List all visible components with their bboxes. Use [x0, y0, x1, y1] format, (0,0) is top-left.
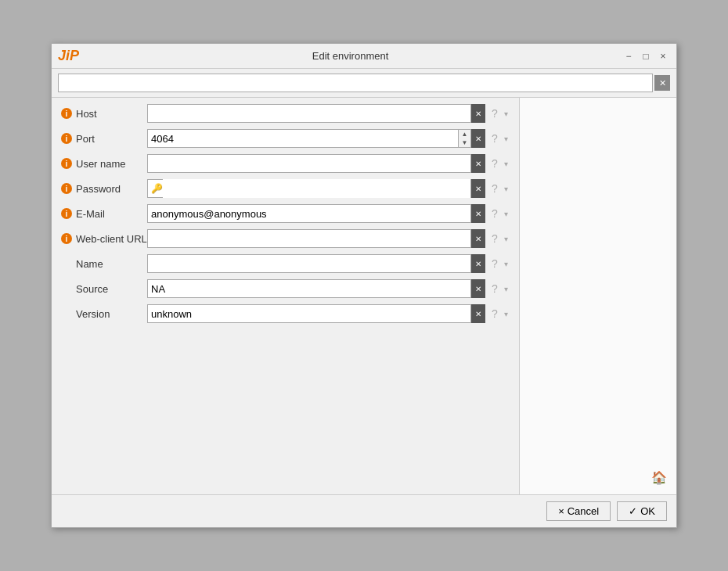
field-menu-name[interactable]: ▾: [502, 257, 510, 271]
field-clear-webclient[interactable]: ✕: [471, 229, 485, 248]
field-menu-username[interactable]: ▾: [502, 156, 510, 171]
field-input-wrap-webclient: ✕?▾: [147, 229, 510, 248]
form-row-email: iE-Mail✕?▾: [61, 204, 510, 223]
field-label-source: Source: [61, 283, 147, 295]
key-icon: 🔑: [151, 183, 163, 194]
field-input-username[interactable]: [147, 154, 471, 173]
field-label-name: Name: [61, 258, 147, 270]
field-help-version[interactable]: ?: [488, 307, 502, 321]
ok-label: OK: [640, 505, 655, 517]
field-input-webclient[interactable]: [147, 229, 471, 248]
app-logo: JiP: [58, 48, 79, 64]
field-menu-host[interactable]: ▾: [502, 106, 510, 120]
field-help-source[interactable]: ?: [488, 282, 502, 296]
field-help-port[interactable]: ?: [488, 131, 502, 145]
field-help-name[interactable]: ?: [488, 257, 502, 271]
port-input[interactable]: [147, 129, 459, 148]
home-button[interactable]: 🏠: [648, 466, 670, 488]
cancel-label: Cancel: [568, 505, 599, 517]
field-menu-version[interactable]: ▾: [502, 307, 510, 321]
maximize-button[interactable]: □: [639, 49, 653, 63]
form-row-webclient: iWeb-client URL✕?▾: [61, 229, 510, 248]
field-input-wrap-version: ✕?▾: [147, 304, 510, 323]
form-row-username: iUser name✕?▾: [61, 154, 510, 173]
field-clear-source[interactable]: ✕: [471, 279, 485, 298]
field-input-email[interactable]: [147, 204, 471, 223]
field-help-password[interactable]: ?: [488, 181, 502, 196]
field-help-username[interactable]: ?: [488, 156, 502, 171]
info-icon-username: i: [61, 158, 72, 169]
search-row: ✕: [52, 69, 676, 98]
field-label-version: Version: [61, 308, 147, 320]
cancel-button[interactable]: × Cancel: [546, 501, 611, 521]
field-input-host[interactable]: [147, 104, 471, 123]
field-menu-password[interactable]: ▾: [502, 181, 510, 196]
field-input-name[interactable]: [147, 254, 471, 273]
field-input-version[interactable]: [147, 304, 471, 323]
minimize-button[interactable]: −: [622, 49, 636, 63]
cancel-icon: ×: [558, 505, 564, 517]
form-row-host: iHost✕?▾: [61, 104, 510, 123]
field-help-webclient[interactable]: ?: [488, 232, 502, 246]
info-icon-password: i: [61, 183, 72, 194]
field-help-host[interactable]: ?: [488, 106, 502, 120]
field-menu-source[interactable]: ▾: [502, 282, 510, 296]
info-icon-webclient: i: [61, 233, 72, 244]
field-input-wrap-email: ✕?▾: [147, 204, 510, 223]
field-clear-email[interactable]: ✕: [471, 204, 485, 223]
ok-button[interactable]: ✓ OK: [617, 501, 667, 521]
field-clear-username[interactable]: ✕: [471, 154, 485, 173]
info-icon-port: i: [61, 133, 72, 144]
password-input[interactable]: [163, 179, 470, 198]
field-input-source[interactable]: [147, 279, 471, 298]
field-input-wrap-port: ▲▼✕?▾: [147, 129, 510, 148]
port-spinner-up[interactable]: ▲: [459, 130, 470, 138]
info-icon-host: i: [61, 108, 72, 119]
field-input-wrap-username: ✕?▾: [147, 154, 510, 173]
field-clear-port[interactable]: ✕: [471, 129, 485, 148]
form-row-port: iPort▲▼✕?▾: [61, 129, 510, 148]
form-row-name: Name✕?▾: [61, 254, 510, 273]
right-panel: 🏠: [520, 98, 676, 494]
window-controls: − □ ×: [622, 49, 670, 63]
form-row-password: iPassword🔑✕?▾: [61, 179, 510, 198]
edit-environment-dialog: JiP Edit environment − □ × ✕ iHost✕?▾iPo…: [51, 43, 677, 528]
search-input[interactable]: [58, 74, 653, 92]
field-clear-version[interactable]: ✕: [471, 304, 485, 323]
form-row-source: Source✕?▾: [61, 279, 510, 298]
field-input-wrap-host: ✕?▾: [147, 104, 510, 123]
ok-icon: ✓: [629, 505, 637, 517]
field-label-password: iPassword: [61, 183, 147, 195]
field-clear-password[interactable]: ✕: [471, 179, 485, 198]
close-button[interactable]: ×: [656, 49, 670, 63]
titlebar: JiP Edit environment − □ ×: [52, 44, 676, 69]
field-input-wrap-name: ✕?▾: [147, 254, 510, 273]
field-help-email[interactable]: ?: [488, 206, 502, 221]
dialog-title: Edit environment: [79, 50, 622, 62]
field-menu-webclient[interactable]: ▾: [502, 232, 510, 246]
field-label-username: iUser name: [61, 158, 147, 170]
footer: × Cancel ✓ OK: [52, 494, 676, 527]
field-label-port: iPort: [61, 133, 147, 145]
field-menu-port[interactable]: ▾: [502, 131, 510, 145]
field-label-email: iE-Mail: [61, 208, 147, 220]
field-label-host: iHost: [61, 108, 147, 120]
content-area: iHost✕?▾iPort▲▼✕?▾iUser name✕?▾iPassword…: [52, 98, 676, 494]
field-label-webclient: iWeb-client URL: [61, 233, 147, 245]
field-clear-host[interactable]: ✕: [471, 104, 485, 123]
search-clear-button[interactable]: ✕: [654, 75, 670, 91]
field-input-wrap-source: ✕?▾: [147, 279, 510, 298]
field-input-wrap-password: 🔑✕?▾: [147, 179, 510, 198]
info-icon-email: i: [61, 208, 72, 219]
field-clear-name[interactable]: ✕: [471, 254, 485, 273]
form-panel: iHost✕?▾iPort▲▼✕?▾iUser name✕?▾iPassword…: [52, 98, 520, 494]
field-menu-email[interactable]: ▾: [502, 206, 510, 221]
port-spinner-down[interactable]: ▼: [459, 138, 470, 147]
form-row-version: Version✕?▾: [61, 304, 510, 323]
